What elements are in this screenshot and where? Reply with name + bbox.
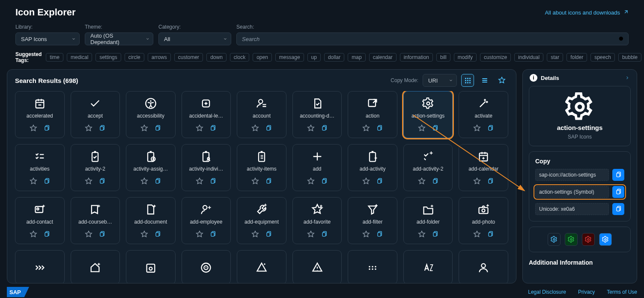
copy-button[interactable] (432, 125, 438, 133)
swatch-positive[interactable] (565, 233, 578, 246)
copy-mode-select[interactable]: URI (423, 74, 457, 87)
tag-information[interactable]: information (400, 53, 433, 62)
icon-card-add-document[interactable]: add-document (126, 197, 176, 244)
copy-unicode-button[interactable] (612, 203, 624, 215)
copy-button[interactable] (321, 178, 328, 186)
favorite-button[interactable] (196, 124, 203, 133)
icon-card-activities[interactable]: activities (15, 144, 65, 191)
icon-card-add-activity[interactable]: add-activity (348, 144, 397, 191)
icon-card-row5-31[interactable] (237, 250, 286, 283)
copy-button[interactable] (43, 125, 50, 133)
icon-card-row5-27[interactable] (15, 250, 65, 283)
tag-down[interactable]: down (206, 53, 227, 62)
icon-card-row5-32[interactable] (292, 250, 342, 283)
favorite-button[interactable] (30, 124, 37, 133)
copy-button[interactable] (154, 125, 161, 133)
theme-select[interactable]: Auto (OS Dependant) (85, 32, 153, 45)
copy-button[interactable] (321, 125, 328, 133)
copy-button[interactable] (376, 178, 383, 186)
favorite-button[interactable] (418, 124, 426, 133)
icon-card-add-favorite[interactable]: add-favorite (292, 197, 342, 244)
copy-button[interactable] (209, 178, 216, 186)
tag-calendar[interactable]: calendar (369, 53, 397, 62)
copy-button[interactable] (487, 125, 494, 133)
copy-button[interactable] (432, 231, 438, 239)
copy-uri-value[interactable]: sap-icon://action-settings (535, 169, 609, 181)
tag-bubble[interactable]: bubble (618, 53, 641, 62)
copy-button[interactable] (98, 231, 105, 239)
favorite-button[interactable] (140, 124, 148, 133)
copy-button[interactable] (98, 178, 105, 186)
swatch-default[interactable] (548, 233, 561, 246)
icon-card-activate[interactable]: activate (459, 91, 508, 138)
copy-button[interactable] (43, 231, 50, 239)
tag-star[interactable]: star (547, 53, 563, 62)
icon-card-accounting-d…[interactable]: accounting-d… (292, 91, 342, 138)
icon-card-add-activity-2[interactable]: add-activity-2 (403, 144, 453, 191)
tag-dollar[interactable]: dollar (324, 53, 344, 62)
icon-card-row5-30[interactable] (182, 250, 231, 283)
swatch-negative[interactable] (582, 233, 595, 246)
icon-card-row5-33[interactable] (348, 250, 397, 283)
favorite-button[interactable] (307, 177, 315, 186)
tag-map[interactable]: map (348, 53, 365, 62)
favorite-button[interactable] (85, 230, 92, 239)
favorite-button[interactable] (418, 177, 426, 186)
tag-clock[interactable]: clock (230, 53, 249, 62)
favorite-button[interactable] (85, 177, 92, 186)
favorite-button[interactable] (362, 177, 370, 186)
copy-button[interactable] (154, 231, 161, 239)
copy-unicode-value[interactable]: Unicode: xe0a6 (535, 203, 609, 215)
icon-card-row5-29[interactable] (126, 250, 176, 283)
favorite-button[interactable] (251, 177, 259, 186)
search-input[interactable]: Search (236, 32, 629, 45)
icon-card-activity-2[interactable]: activity-2 (71, 144, 120, 191)
copy-button[interactable] (265, 125, 272, 133)
swatch-contrast[interactable] (599, 233, 612, 246)
icon-card-add-photo[interactable]: add-photo (459, 197, 508, 244)
tag-folder[interactable]: folder (566, 53, 587, 62)
icon-card-activity-assig…[interactable]: activity-assig… (126, 144, 176, 191)
list-view-button[interactable] (478, 74, 491, 87)
copy-button[interactable] (432, 178, 438, 186)
icon-card-action[interactable]: action (348, 91, 397, 138)
copy-uri-button[interactable] (612, 169, 624, 181)
footer-terms-link[interactable]: Terms of Use (607, 289, 637, 295)
tag-arrows[interactable]: arrows (148, 53, 171, 62)
icon-card-add-courseb…[interactable]: add-courseb… (71, 197, 120, 244)
favorite-button[interactable] (473, 177, 481, 186)
favorite-button[interactable] (362, 124, 370, 133)
copy-button[interactable] (265, 231, 272, 239)
favorites-filter-button[interactable] (495, 74, 508, 87)
favorite-button[interactable] (251, 124, 259, 133)
copy-symbol-button[interactable] (612, 186, 624, 198)
icon-card-accidental-le…[interactable]: accidental-le… (182, 91, 231, 138)
icon-card-row5-35[interactable] (459, 250, 508, 283)
tag-individual[interactable]: individual (514, 53, 543, 62)
icon-card-account[interactable]: account (237, 91, 286, 138)
favorite-button[interactable] (30, 177, 37, 186)
favorite-button[interactable] (362, 230, 370, 239)
icon-card-activity-items[interactable]: activity-items (237, 144, 286, 191)
favorite-button[interactable] (418, 230, 426, 239)
icon-card-row5-34[interactable] (403, 250, 453, 283)
tag-open[interactable]: open (253, 53, 272, 62)
footer-privacy-link[interactable]: Privacy (578, 289, 595, 295)
favorite-button[interactable] (307, 124, 315, 133)
copy-symbol-value[interactable]: action-settings (Symbol) (535, 186, 609, 198)
copy-button[interactable] (209, 231, 216, 239)
favorite-button[interactable] (251, 230, 259, 239)
tag-speech[interactable]: speech (590, 53, 615, 62)
icon-card-add-calendar[interactable]: add-calendar (459, 144, 508, 191)
icon-card-activity-indivi…[interactable]: activity-indivi… (182, 144, 231, 191)
favorite-button[interactable] (196, 230, 203, 239)
about-link[interactable]: All about icons and downloads (545, 9, 629, 16)
copy-button[interactable] (321, 231, 328, 239)
copy-button[interactable] (376, 231, 383, 239)
icon-card-add-folder[interactable]: add-folder (403, 197, 453, 244)
favorite-button[interactable] (140, 230, 148, 239)
icon-card-add-employee[interactable]: add-employee (182, 197, 231, 244)
icon-card-accessibility[interactable]: accessibility (126, 91, 176, 138)
copy-button[interactable] (209, 125, 216, 133)
icon-card-add[interactable]: add (292, 144, 342, 191)
